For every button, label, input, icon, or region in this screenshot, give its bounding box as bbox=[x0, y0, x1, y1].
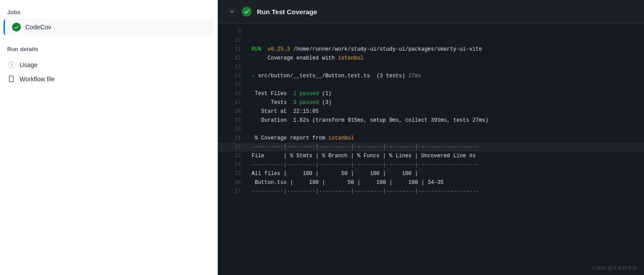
log-line: 11 RUN v0.25.3 /home/runner/work/study-u… bbox=[218, 45, 644, 54]
clock-icon bbox=[7, 60, 16, 69]
log-line: 17 Tests 3 passed (3) bbox=[218, 98, 644, 107]
log-content[interactable]: 9 10 11 RUN v0.25.3 /home/runner/work/st… bbox=[218, 24, 644, 275]
watermark: CSDN @天界程序员 bbox=[592, 265, 637, 271]
job-item-label: CodeCov bbox=[25, 24, 51, 31]
log-line: 13 bbox=[218, 63, 644, 72]
file-icon bbox=[7, 75, 16, 84]
sidebar: Jobs CodeCov Run details Usage Wo bbox=[0, 0, 218, 275]
log-line: 10 bbox=[218, 36, 644, 45]
log-line: 23 File | % Stmts | % Branch | % Funcs |… bbox=[218, 151, 644, 160]
log-line: 14 ✓ src/button/__tests__/Button.test.ts… bbox=[218, 72, 644, 80]
log-line: 21 % Coverage report from istanbul bbox=[218, 134, 644, 143]
collapse-button[interactable] bbox=[227, 6, 237, 17]
log-line: 12 Coverage enabled with istanbul bbox=[218, 54, 644, 63]
run-details-title: Run details bbox=[7, 46, 210, 52]
log-line: 20 bbox=[218, 125, 644, 134]
main-content: Run Test Coverage 9 10 11 RUN v0.25.3 /h… bbox=[218, 0, 644, 275]
log-line: 19 Duration 1.82s (transform 915ms, setu… bbox=[218, 116, 644, 125]
log-line: 9 bbox=[218, 27, 644, 36]
log-line: 16 Test Files 1 passed (1) bbox=[218, 89, 644, 98]
log-line: 24 ----------|---------|----------|-----… bbox=[218, 160, 644, 169]
run-details-section: Run details Usage Workflow file bbox=[0, 46, 217, 86]
log-line: 26 Button.tsx | 100 | 50 | 100 | 100 | 3… bbox=[218, 178, 644, 187]
header-success-icon bbox=[242, 7, 252, 16]
success-icon bbox=[12, 23, 21, 32]
usage-item[interactable]: Usage bbox=[7, 58, 210, 72]
workflow-file-label: Workflow file bbox=[20, 76, 55, 83]
usage-label: Usage bbox=[20, 61, 37, 68]
log-line: 22 ----------|---------|----------|-----… bbox=[218, 143, 644, 151]
job-header: Run Test Coverage bbox=[218, 0, 644, 24]
log-line: 18 Start at 22:15:05 bbox=[218, 107, 644, 116]
jobs-section-title: Jobs bbox=[0, 9, 217, 19]
log-line: 15 bbox=[218, 80, 644, 89]
job-title: Run Test Coverage bbox=[257, 8, 317, 16]
workflow-file-item[interactable]: Workflow file bbox=[7, 72, 210, 86]
log-line: 27 ----------|---------|----------|-----… bbox=[218, 187, 644, 196]
job-item-codecov[interactable]: CodeCov bbox=[4, 19, 214, 35]
log-line: 25 All files | 100 | 50 | 100 | 100 | bbox=[218, 169, 644, 178]
